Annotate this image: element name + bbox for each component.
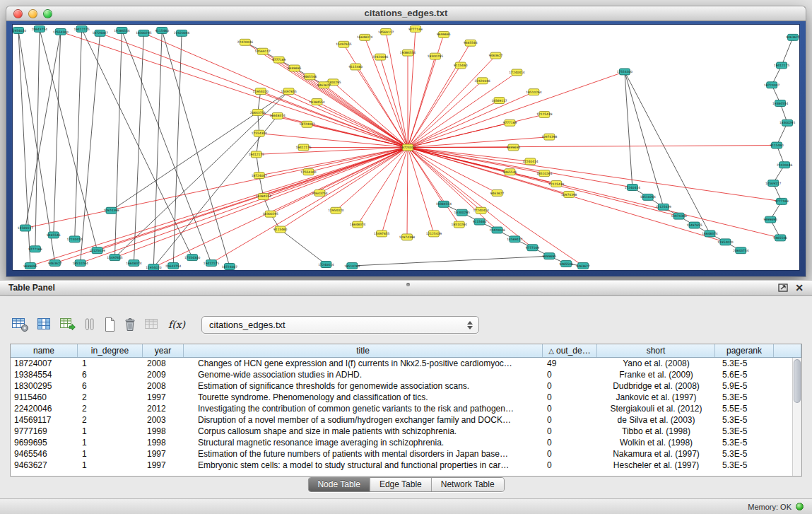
show-columns-icon[interactable] bbox=[37, 317, 52, 332]
graph-node[interactable]: 19412175 bbox=[204, 260, 219, 267]
graph-node[interactable]: 14569117 bbox=[255, 48, 271, 54]
graph-node[interactable]: 10974398 bbox=[541, 134, 557, 140]
graph-node[interactable]: 9777169 bbox=[408, 25, 423, 32]
graph-node[interactable]: 20643754 bbox=[165, 263, 181, 269]
graph-node[interactable]: 18724007 bbox=[400, 144, 416, 151]
graph-node[interactable]: 16648374 bbox=[350, 221, 365, 228]
minimize-window-button[interactable] bbox=[28, 9, 37, 18]
graph-node[interactable]: 17554300 bbox=[252, 130, 267, 136]
column-header-name[interactable]: name bbox=[11, 344, 78, 357]
graph-node[interactable]: 18510264 bbox=[526, 89, 541, 95]
graph-node[interactable]: 9465546 bbox=[559, 261, 573, 267]
column-header-short[interactable]: short bbox=[597, 344, 715, 357]
delete-table-icon[interactable] bbox=[124, 317, 136, 332]
graph-node[interactable]: 19384554 bbox=[772, 100, 788, 107]
graph-node[interactable]: 10974398 bbox=[671, 213, 686, 219]
zoom-window-button[interactable] bbox=[43, 9, 52, 18]
close-panel-icon[interactable]: ✕ bbox=[795, 283, 804, 293]
graph-node[interactable]: 18300295 bbox=[428, 53, 443, 59]
table-row[interactable]: 2242004622012Investigating the contribut… bbox=[11, 403, 801, 414]
graph-node[interactable]: 16648374 bbox=[357, 34, 372, 40]
network-canvas[interactable]: 1872400719384554183002959115460224200461… bbox=[12, 24, 800, 271]
graph-node[interactable]: 18510264 bbox=[536, 170, 552, 177]
memory-ok-indicator[interactable] bbox=[796, 503, 804, 510]
graph-node[interactable]: 18300295 bbox=[454, 209, 470, 216]
graph-node[interactable]: 11954020 bbox=[717, 239, 733, 245]
graph-node[interactable]: 18724007 bbox=[299, 121, 314, 127]
graph-node[interactable]: 9699695 bbox=[288, 65, 302, 71]
graph-node[interactable]: 12125439 bbox=[536, 111, 552, 117]
graph-node[interactable]: 9699695 bbox=[507, 144, 521, 151]
graph-node[interactable]: 17240414 bbox=[473, 207, 488, 214]
column-header-year[interactable]: year bbox=[143, 344, 184, 357]
graph-node[interactable]: 15497655 bbox=[686, 222, 702, 228]
table-settings-icon[interactable] bbox=[11, 317, 29, 332]
graph-node[interactable]: 9699695 bbox=[23, 263, 37, 269]
graph-node[interactable]: 18510264 bbox=[452, 221, 467, 228]
graph-node[interactable]: 17240414 bbox=[318, 262, 334, 268]
graph-node[interactable]: 17554300 bbox=[53, 28, 69, 35]
graph-node[interactable]: 19412175 bbox=[249, 151, 264, 158]
graph-node[interactable]: 17240414 bbox=[522, 158, 538, 165]
graph-node[interactable]: 18300295 bbox=[263, 211, 278, 217]
graph-node[interactable]: 18724007 bbox=[222, 264, 237, 270]
column-header-pagerank[interactable]: pagerank bbox=[715, 344, 774, 357]
graph-node[interactable]: 9465546 bbox=[464, 40, 478, 46]
graph-node[interactable]: 15497655 bbox=[374, 230, 389, 237]
table-row[interactable]: 946554611997Estimation of the future num… bbox=[11, 448, 801, 460]
graph-node[interactable]: 9115460 bbox=[473, 218, 487, 225]
graph-node[interactable]: 17240414 bbox=[625, 185, 640, 191]
column-header-in_degree[interactable]: in_degree bbox=[78, 344, 143, 357]
table-row[interactable]: 977716911998Corpus callosum shape and si… bbox=[11, 426, 801, 437]
graph-node[interactable]: 12125439 bbox=[548, 181, 564, 187]
tab-network-table[interactable]: Network Table bbox=[431, 478, 504, 491]
graph-node[interactable]: 17240414 bbox=[509, 69, 524, 76]
table-row[interactable]: 1872400712008Changes of HCN gene express… bbox=[11, 358, 801, 369]
table-selector[interactable]: citations_edges.txt bbox=[201, 316, 479, 334]
graph-node[interactable]: 22420046 bbox=[489, 227, 505, 233]
graph-node[interactable]: 9699695 bbox=[763, 216, 777, 223]
graph-node[interactable]: 9115460 bbox=[454, 62, 468, 69]
graph-node[interactable]: 19384554 bbox=[400, 49, 416, 56]
graph-node[interactable]: 16648374 bbox=[702, 230, 717, 237]
graph-node[interactable]: 20643754 bbox=[312, 189, 327, 196]
graph-node[interactable]: 9699695 bbox=[543, 253, 557, 259]
graph-node[interactable]: 9777169 bbox=[503, 119, 517, 126]
graph-node[interactable]: 18510264 bbox=[73, 260, 88, 267]
graph-node[interactable]: 9465546 bbox=[303, 74, 317, 80]
graph-node[interactable]: 22420046 bbox=[474, 78, 490, 84]
table-row[interactable]: 946362711997Embryonic stem cells: a mode… bbox=[11, 460, 801, 471]
table-row[interactable]: 911546021997Tourette syndrome. Phenomeno… bbox=[11, 392, 801, 403]
graph-node[interactable]: 19384554 bbox=[309, 99, 324, 105]
citation-network-graph[interactable]: 1872400719384554183002959115460224200461… bbox=[13, 25, 799, 270]
graph-node[interactable]: 10974398 bbox=[561, 191, 577, 197]
table-scrollbar[interactable] bbox=[792, 358, 801, 476]
graph-node[interactable]: 22420046 bbox=[372, 54, 388, 60]
graph-node[interactable]: 17554300 bbox=[300, 169, 316, 175]
graph-node[interactable]: 15497655 bbox=[281, 88, 296, 95]
scrollbar-thumb[interactable] bbox=[794, 359, 801, 403]
column-header-title[interactable]: title bbox=[184, 344, 543, 357]
graph-node[interactable]: 9115460 bbox=[770, 142, 784, 148]
table-row[interactable]: 1830029562008Estimation of significance … bbox=[11, 380, 801, 392]
graph-node[interactable]: 9777169 bbox=[526, 245, 540, 251]
column-header-out_de[interactable]: △out_de… bbox=[543, 344, 597, 357]
tab-node-table[interactable]: Node Table bbox=[308, 478, 370, 491]
graph-node[interactable]: 12125439 bbox=[426, 230, 442, 237]
graph-node[interactable]: 9465546 bbox=[47, 232, 61, 238]
graph-node[interactable]: 9115460 bbox=[155, 27, 170, 33]
graph-node[interactable]: 16648374 bbox=[126, 260, 141, 267]
graph-node[interactable]: 9115460 bbox=[349, 64, 363, 70]
graph-node[interactable]: 20643754 bbox=[733, 247, 748, 254]
graph-node[interactable]: 15497655 bbox=[107, 255, 122, 261]
graph-node[interactable]: 20643754 bbox=[32, 25, 47, 32]
graph-node[interactable]: 14569117 bbox=[18, 225, 33, 231]
graph-node[interactable]: 11954020 bbox=[328, 207, 343, 214]
graph-node[interactable]: 9699695 bbox=[437, 31, 451, 37]
graph-node[interactable]: 9777169 bbox=[28, 246, 42, 252]
graph-node[interactable]: 9463627 bbox=[576, 263, 590, 269]
graph-node[interactable]: 17554300 bbox=[184, 255, 200, 261]
graph-node[interactable]: 19412175 bbox=[774, 62, 789, 69]
graph-node[interactable]: 9777169 bbox=[272, 57, 286, 63]
graph-node[interactable]: 11954020 bbox=[146, 264, 161, 270]
